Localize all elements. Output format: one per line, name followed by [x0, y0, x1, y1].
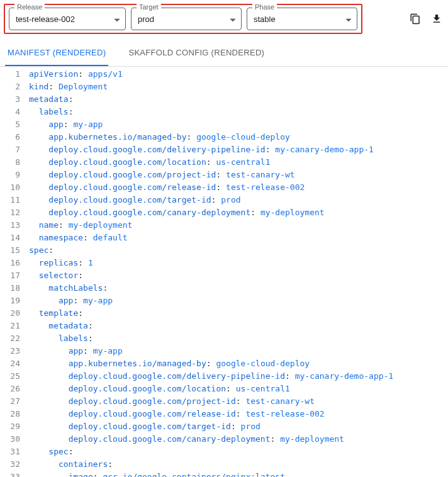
line-number: 4 — [0, 106, 20, 118]
code-line: metadata: — [29, 93, 448, 106]
chevron-down-icon — [345, 14, 352, 24]
code-line: labels: — [29, 106, 448, 118]
code-line: deploy.cloud.google.com/project-id: test… — [29, 169, 448, 181]
code-content: apiVersion: apps/v1kind: Deploymentmetad… — [29, 68, 448, 477]
tab-skaffold[interactable]: SKAFFOLD CONFIG (RENDERED) — [126, 40, 267, 66]
code-line: deploy.cloud.google.com/location: us-cen… — [29, 156, 448, 169]
line-number: 25 — [0, 370, 20, 383]
line-number: 26 — [0, 383, 20, 395]
release-dropdown[interactable]: Release test-release-002 — [9, 8, 126, 30]
code-line: deploy.cloud.google.com/canary-deploymen… — [29, 433, 448, 446]
chevron-down-icon — [230, 14, 236, 24]
copy-button[interactable] — [409, 13, 422, 25]
line-number: 17 — [0, 269, 20, 282]
code-line: metadata: — [29, 320, 448, 332]
line-number: 10 — [0, 181, 20, 194]
code-line: deploy.cloud.google.com/release-id: test… — [29, 408, 448, 420]
code-line: spec: — [29, 244, 448, 257]
line-number: 18 — [0, 282, 20, 295]
phase-dropdown[interactable]: Phase stable — [247, 8, 357, 30]
line-number: 12 — [0, 206, 20, 219]
line-number: 31 — [0, 446, 20, 458]
code-line: kind: Deployment — [29, 81, 448, 93]
download-button[interactable] — [430, 13, 443, 25]
code-line: template: — [29, 307, 448, 320]
line-number: 21 — [0, 320, 20, 332]
code-line: deploy.cloud.google.com/project-id: test… — [29, 395, 448, 408]
code-line: app: my-app — [29, 345, 448, 357]
code-line: app: my-app — [29, 118, 448, 131]
line-number: 29 — [0, 420, 20, 433]
code-line: app.kubernetes.io/managed-by: google-clo… — [29, 131, 448, 143]
line-number: 24 — [0, 357, 20, 370]
code-line: spec: — [29, 446, 448, 458]
tab-bar: MANIFEST (RENDERED) SKAFFOLD CONFIG (REN… — [0, 40, 448, 67]
code-line: app.kubernetes.io/managed-by: google-clo… — [29, 357, 448, 370]
line-number: 32 — [0, 458, 20, 471]
line-number: 1 — [0, 68, 20, 81]
line-number: 11 — [0, 194, 20, 206]
code-line: - image: gcr.io/google-containers/nginx:… — [29, 471, 448, 477]
line-number: 27 — [0, 395, 20, 408]
code-line: deploy.cloud.google.com/delivery-pipelin… — [29, 370, 448, 383]
line-number: 20 — [0, 307, 20, 320]
code-line: apiVersion: apps/v1 — [29, 68, 448, 81]
line-number: 2 — [0, 81, 20, 93]
target-dropdown-label: Target — [137, 3, 161, 11]
line-number: 28 — [0, 408, 20, 420]
target-dropdown[interactable]: Target prod — [131, 8, 242, 30]
release-dropdown-value: test-release-002 — [16, 14, 75, 24]
code-line: name: my-deployment — [29, 219, 448, 232]
code-line: app: my-app — [29, 295, 448, 307]
code-line: deploy.cloud.google.com/delivery-pipelin… — [29, 143, 448, 156]
line-number: 7 — [0, 143, 20, 156]
line-number: 30 — [0, 433, 20, 446]
line-number: 9 — [0, 169, 20, 181]
line-number: 33 — [0, 471, 20, 477]
line-number: 3 — [0, 93, 20, 106]
target-dropdown-value: prod — [138, 14, 154, 24]
code-line: containers: — [29, 458, 448, 471]
line-number: 15 — [0, 244, 20, 257]
phase-dropdown-value: stable — [254, 14, 276, 24]
copy-icon — [410, 13, 421, 25]
release-dropdown-label: Release — [14, 3, 45, 11]
line-number: 23 — [0, 345, 20, 357]
line-number: 19 — [0, 295, 20, 307]
code-line: deploy.cloud.google.com/release-id: test… — [29, 181, 448, 194]
top-bar: Release test-release-002 Target prod Pha… — [0, 0, 448, 40]
action-icons — [409, 13, 443, 25]
download-icon — [431, 13, 442, 25]
code-line: deploy.cloud.google.com/target-id: prod — [29, 194, 448, 206]
filter-dropdowns-highlight: Release test-release-002 Target prod Pha… — [4, 4, 362, 34]
line-number: 14 — [0, 232, 20, 244]
line-number: 13 — [0, 219, 20, 232]
chevron-down-icon — [114, 14, 120, 24]
line-number: 16 — [0, 257, 20, 269]
code-viewer: 1234567891011121314151617181920212223242… — [0, 67, 448, 477]
code-line: matchLabels: — [29, 282, 448, 295]
code-line: replicas: 1 — [29, 257, 448, 269]
line-number: 8 — [0, 156, 20, 169]
code-line: deploy.cloud.google.com/target-id: prod — [29, 420, 448, 433]
code-line: deploy.cloud.google.com/canary-deploymen… — [29, 206, 448, 219]
code-line: selector: — [29, 269, 448, 282]
phase-dropdown-label: Phase — [252, 3, 277, 11]
line-gutter: 1234567891011121314151617181920212223242… — [0, 68, 29, 477]
code-line: deploy.cloud.google.com/location: us-cen… — [29, 383, 448, 395]
line-number: 22 — [0, 332, 20, 345]
code-line: namespace: default — [29, 232, 448, 244]
code-line: labels: — [29, 332, 448, 345]
line-number: 6 — [0, 131, 20, 143]
tab-manifest[interactable]: MANIFEST (RENDERED) — [5, 40, 108, 66]
line-number: 5 — [0, 118, 20, 131]
